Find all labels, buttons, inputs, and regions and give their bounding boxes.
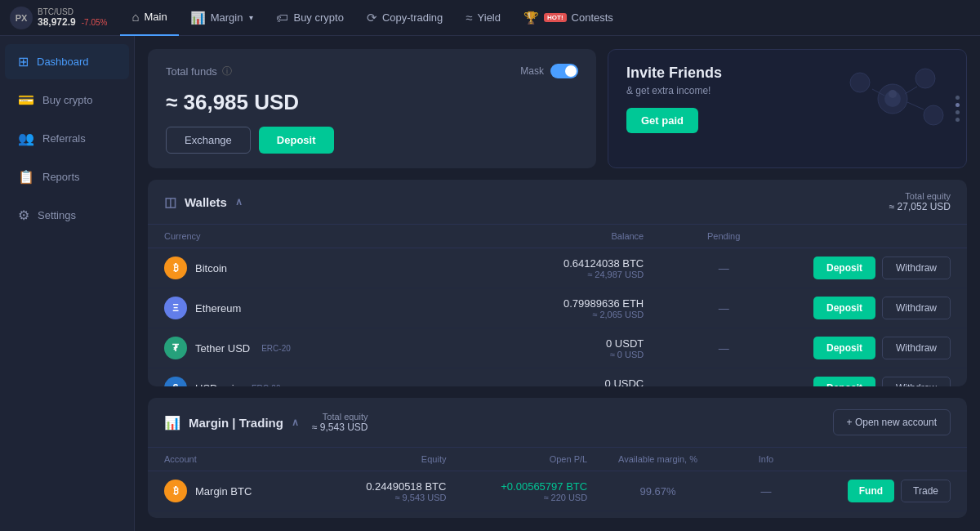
withdraw-usdt-button[interactable]: Withdraw (882, 337, 951, 359)
currency-cell-usdt: ₮ Tether USD ERC-20 (164, 337, 484, 359)
wallets-title: ◫ Wallets ∧ (164, 194, 243, 210)
sidebar: ⊞ Dashboard 💳 Buy crypto 👥 Referrals 📋 R… (0, 36, 135, 531)
dropdown-arrow: ▾ (249, 13, 253, 22)
yield-icon: ≈ (466, 11, 472, 25)
currency-cell-btc: ₿ Bitcoin (164, 257, 484, 279)
funds-buttons: Exchange Deposit (166, 127, 578, 154)
withdraw-eth-button[interactable]: Withdraw (882, 297, 951, 319)
margin-row-btc: ₿ Margin BTC 0.24490518 BTC ≈ 9,543 USD … (148, 471, 967, 511)
wallets-header: ◫ Wallets ∧ Total equity ≈ 27,052 USD (148, 180, 967, 225)
margin-actions-btc: Fund Trade (804, 480, 951, 502)
toggle-knob (565, 65, 577, 77)
nav-copy-trading[interactable]: ⟳ Copy-trading (355, 0, 454, 36)
margin-table-header: Account Equity Open P/L Available margin… (148, 448, 967, 471)
actions-btc: Deposit Withdraw (804, 257, 951, 279)
nav-buy-crypto[interactable]: 🏷 Buy crypto (265, 0, 354, 36)
wallets-table-header: Currency Balance Pending (148, 225, 967, 248)
wallet-row-btc: ₿ Bitcoin 0.64124038 BTC ≈ 24,987 USD — … (148, 248, 967, 288)
actions-usdt: Deposit Withdraw (804, 337, 951, 359)
margin-total-equity: Total equity ≈ 9,543 USD (312, 412, 368, 433)
margin-currency-btc: ₿ Margin BTC (164, 480, 305, 502)
mask-switch[interactable] (550, 64, 578, 78)
invite-card: Invite Friends & get extra income! Get p… (608, 49, 967, 168)
trade-btc-button[interactable]: Trade (901, 480, 951, 502)
home-icon: ⌂ (131, 10, 139, 24)
currency-cell-eth: Ξ Ethereum (164, 297, 484, 319)
chart-icon: 📊 (190, 11, 206, 25)
wallets-section: ◫ Wallets ∧ Total equity ≈ 27,052 USD Cu… (148, 180, 967, 386)
wallet-row-usdt: ₮ Tether USD ERC-20 0 USDT ≈ 0 USD — Dep… (148, 328, 967, 368)
wallets-chevron[interactable]: ∧ (235, 196, 243, 207)
dashboard-icon: ⊞ (18, 54, 29, 69)
nav-margin[interactable]: 📊 Margin ▾ (179, 0, 265, 36)
margin-row-eth: Ξ Margin ETH 0 ETH ≈ 0 USD 0 ETH 0% — Fu… (148, 511, 967, 518)
usdt-icon: ₮ (164, 337, 187, 359)
margin-chevron[interactable]: ∧ (292, 417, 299, 428)
pending-usdt: — (644, 342, 804, 355)
withdraw-btc-button[interactable]: Withdraw (882, 257, 951, 279)
nav-yield[interactable]: ≈ Yield (454, 0, 512, 36)
info-icon[interactable]: ⓘ (222, 65, 232, 78)
sidebar-item-settings[interactable]: ⚙ Settings (5, 198, 129, 233)
dot-3 (956, 110, 960, 114)
deposit-main-button[interactable]: Deposit (259, 127, 334, 154)
sidebar-item-referrals[interactable]: 👥 Referrals (5, 121, 129, 156)
fund-btc-button[interactable]: Fund (848, 480, 894, 502)
dot-2 (956, 103, 960, 107)
top-cards-row: Total funds ⓘ Mask ≈ 36,985 USD Exchange… (148, 49, 967, 168)
buy-crypto-icon: 💳 (18, 92, 34, 108)
wallet-row-usdc: $ USD coin ERC-20 0 USDC ≈ 0 USD — Depos… (148, 368, 967, 386)
nav-logo: PX BTC/USD 38,972.9 -7.05% (10, 7, 107, 29)
balance-cell-btc: 0.64124038 BTC ≈ 24,987 USD (484, 257, 644, 279)
mask-toggle[interactable]: Mask (520, 64, 578, 78)
exchange-button[interactable]: Exchange (166, 127, 251, 154)
referrals-icon: 👥 (18, 131, 34, 146)
sidebar-item-buy-crypto[interactable]: 💳 Buy crypto (5, 83, 129, 118)
deposit-eth-button[interactable]: Deposit (813, 297, 875, 319)
actions-usdc: Deposit Withdraw (804, 377, 951, 386)
nav-main[interactable]: ⌂ Main (120, 0, 178, 36)
get-paid-button[interactable]: Get paid (626, 108, 698, 133)
margin-table: Account Equity Open P/L Available margin… (148, 448, 967, 518)
eth-icon: Ξ (164, 297, 187, 319)
pending-usdc: — (644, 382, 804, 387)
pending-eth: — (644, 302, 804, 315)
trophy-icon: 🏆 (523, 11, 539, 25)
main-content: Total funds ⓘ Mask ≈ 36,985 USD Exchange… (135, 36, 980, 531)
total-funds-card: Total funds ⓘ Mask ≈ 36,985 USD Exchange… (148, 49, 596, 168)
wallets-table: Currency Balance Pending ₿ Bitcoin 0.641… (148, 225, 967, 386)
svg-line-7 (905, 87, 917, 94)
reports-icon: 📋 (18, 169, 34, 185)
balance-cell-usdt: 0 USDT ≈ 0 USD (484, 337, 644, 359)
invite-dots (956, 96, 960, 122)
wallets-total-equity: Total equity ≈ 27,052 USD (889, 191, 951, 212)
margin-title: 📊 Margin | Trading ∧ (164, 415, 299, 431)
wallet-row-eth: Ξ Ethereum 0.79989636 ETH ≈ 2,065 USD — … (148, 288, 967, 328)
top-nav: PX BTC/USD 38,972.9 -7.05% ⌂ Main 📊 Marg… (0, 0, 980, 36)
deposit-usdc-button[interactable]: Deposit (813, 377, 875, 386)
nav-contests[interactable]: 🏆 HOT! Contests (512, 0, 625, 36)
currency-cell-usdc: $ USD coin ERC-20 (164, 377, 484, 386)
margin-header: 📊 Margin | Trading ∧ Total equity ≈ 9,54… (148, 398, 967, 448)
settings-icon: ⚙ (18, 207, 29, 223)
margin-equity-btc: 0.24490518 BTC ≈ 9,543 USD (305, 480, 447, 502)
withdraw-usdc-button[interactable]: Withdraw (882, 377, 951, 386)
deposit-btc-button[interactable]: Deposit (813, 257, 875, 279)
sidebar-item-dashboard[interactable]: ⊞ Dashboard (5, 44, 129, 79)
funds-title-label: Total funds ⓘ (166, 65, 232, 78)
pending-btc: — (644, 262, 804, 274)
sidebar-item-reports[interactable]: 📋 Reports (5, 159, 129, 194)
open-new-account-button[interactable]: + Open new account (833, 409, 951, 435)
dot-4 (956, 118, 960, 122)
svg-line-8 (907, 102, 924, 109)
buy-icon: 🏷 (276, 11, 288, 25)
margin-avail-btc: 99.67% (587, 485, 728, 498)
deposit-usdt-button[interactable]: Deposit (813, 337, 875, 359)
nav-price: BTC/USD 38,972.9 -7.05% (38, 7, 107, 28)
margin-info-btc: — (728, 485, 804, 498)
logo-icon: PX (10, 7, 33, 29)
wallet-icon: ◫ (164, 194, 176, 210)
funds-amount: ≈ 36,985 USD (166, 90, 578, 115)
margin-pl-btc: +0.00565797 BTC ≈ 220 USD (446, 480, 587, 502)
funds-header: Total funds ⓘ Mask (166, 64, 578, 78)
